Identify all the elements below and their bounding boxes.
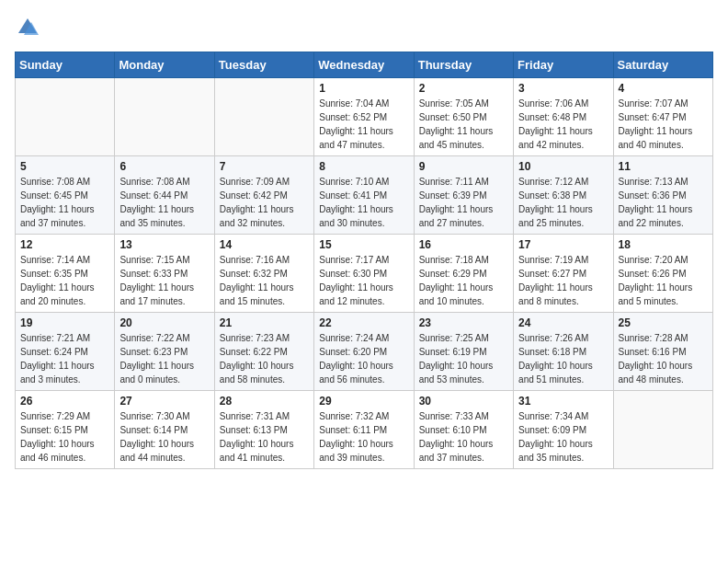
calendar-week-row: 19Sunrise: 7:21 AM Sunset: 6:24 PM Dayli… (16, 313, 713, 391)
logo-icon (15, 15, 40, 40)
calendar-header-row: SundayMondayTuesdayWednesdayThursdayFrid… (16, 52, 713, 78)
col-header-tuesday: Tuesday (214, 52, 313, 78)
day-number: 8 (319, 160, 408, 173)
day-info: Sunrise: 7:14 AM Sunset: 6:35 PM Dayligh… (20, 253, 109, 308)
calendar-cell: 28Sunrise: 7:31 AM Sunset: 6:13 PM Dayli… (214, 391, 313, 469)
day-number: 24 (518, 316, 608, 329)
day-number: 30 (419, 395, 508, 408)
calendar-week-row: 12Sunrise: 7:14 AM Sunset: 6:35 PM Dayli… (16, 235, 713, 313)
calendar-cell: 16Sunrise: 7:18 AM Sunset: 6:29 PM Dayli… (414, 235, 513, 313)
day-number: 19 (20, 316, 109, 329)
day-number: 1 (319, 82, 408, 95)
day-number: 27 (119, 395, 209, 408)
day-number: 23 (419, 316, 508, 329)
day-number: 25 (619, 316, 708, 329)
day-info: Sunrise: 7:31 AM Sunset: 6:13 PM Dayligh… (220, 409, 309, 465)
logo (15, 15, 44, 40)
calendar-cell (214, 78, 313, 156)
day-number: 17 (518, 238, 608, 251)
day-number: 4 (619, 82, 708, 95)
day-info: Sunrise: 7:23 AM Sunset: 6:22 PM Dayligh… (220, 331, 309, 386)
day-info: Sunrise: 7:16 AM Sunset: 6:32 PM Dayligh… (220, 253, 309, 308)
calendar-cell: 31Sunrise: 7:34 AM Sunset: 6:09 PM Dayli… (514, 391, 613, 469)
calendar-cell: 14Sunrise: 7:16 AM Sunset: 6:32 PM Dayli… (214, 235, 313, 313)
day-number: 20 (119, 316, 209, 329)
day-number: 11 (619, 160, 708, 173)
day-info: Sunrise: 7:15 AM Sunset: 6:33 PM Dayligh… (119, 253, 209, 308)
day-info: Sunrise: 7:29 AM Sunset: 6:15 PM Dayligh… (20, 409, 109, 465)
day-info: Sunrise: 7:20 AM Sunset: 6:26 PM Dayligh… (619, 253, 708, 308)
day-info: Sunrise: 7:04 AM Sunset: 6:52 PM Dayligh… (319, 97, 408, 152)
day-number: 12 (20, 238, 109, 251)
calendar-cell: 24Sunrise: 7:26 AM Sunset: 6:18 PM Dayli… (514, 313, 613, 391)
day-info: Sunrise: 7:32 AM Sunset: 6:11 PM Dayligh… (319, 409, 408, 465)
day-info: Sunrise: 7:22 AM Sunset: 6:23 PM Dayligh… (119, 331, 209, 386)
calendar-cell: 22Sunrise: 7:24 AM Sunset: 6:20 PM Dayli… (314, 313, 414, 391)
day-number: 18 (619, 238, 708, 251)
calendar-cell: 21Sunrise: 7:23 AM Sunset: 6:22 PM Dayli… (214, 313, 313, 391)
col-header-wednesday: Wednesday (314, 52, 414, 78)
col-header-sunday: Sunday (16, 52, 115, 78)
day-info: Sunrise: 7:10 AM Sunset: 6:41 PM Dayligh… (319, 175, 408, 230)
day-info: Sunrise: 7:25 AM Sunset: 6:19 PM Dayligh… (419, 331, 508, 386)
calendar-cell (115, 78, 214, 156)
day-number: 16 (419, 238, 508, 251)
calendar-cell: 8Sunrise: 7:10 AM Sunset: 6:41 PM Daylig… (314, 156, 414, 235)
day-number: 9 (419, 160, 508, 173)
calendar-cell (613, 391, 712, 469)
day-number: 2 (419, 82, 508, 95)
day-info: Sunrise: 7:08 AM Sunset: 6:45 PM Dayligh… (20, 175, 109, 230)
calendar-cell: 27Sunrise: 7:30 AM Sunset: 6:14 PM Dayli… (115, 391, 214, 469)
calendar-cell: 25Sunrise: 7:28 AM Sunset: 6:16 PM Dayli… (613, 313, 712, 391)
calendar-week-row: 26Sunrise: 7:29 AM Sunset: 6:15 PM Dayli… (16, 391, 713, 469)
calendar-cell: 23Sunrise: 7:25 AM Sunset: 6:19 PM Dayli… (414, 313, 513, 391)
calendar-cell: 26Sunrise: 7:29 AM Sunset: 6:15 PM Dayli… (16, 391, 115, 469)
day-info: Sunrise: 7:17 AM Sunset: 6:30 PM Dayligh… (319, 253, 408, 308)
day-number: 3 (518, 82, 608, 95)
day-number: 22 (319, 316, 408, 329)
calendar-table: SundayMondayTuesdayWednesdayThursdayFrid… (15, 52, 713, 469)
day-info: Sunrise: 7:21 AM Sunset: 6:24 PM Dayligh… (20, 331, 109, 386)
calendar-cell (16, 78, 115, 156)
day-number: 5 (20, 160, 109, 173)
page-header (15, 15, 713, 40)
calendar-cell: 20Sunrise: 7:22 AM Sunset: 6:23 PM Dayli… (115, 313, 214, 391)
day-info: Sunrise: 7:08 AM Sunset: 6:44 PM Dayligh… (119, 175, 209, 230)
day-info: Sunrise: 7:18 AM Sunset: 6:29 PM Dayligh… (419, 253, 508, 308)
calendar-cell: 3Sunrise: 7:06 AM Sunset: 6:48 PM Daylig… (514, 78, 613, 156)
day-info: Sunrise: 7:05 AM Sunset: 6:50 PM Dayligh… (419, 97, 508, 152)
calendar-cell: 9Sunrise: 7:11 AM Sunset: 6:39 PM Daylig… (414, 156, 513, 235)
calendar-cell: 7Sunrise: 7:09 AM Sunset: 6:42 PM Daylig… (214, 156, 313, 235)
day-number: 31 (518, 395, 608, 408)
day-number: 7 (220, 160, 309, 173)
day-info: Sunrise: 7:06 AM Sunset: 6:48 PM Dayligh… (518, 97, 608, 152)
calendar-cell: 11Sunrise: 7:13 AM Sunset: 6:36 PM Dayli… (613, 156, 712, 235)
col-header-friday: Friday (514, 52, 613, 78)
calendar-cell: 1Sunrise: 7:04 AM Sunset: 6:52 PM Daylig… (314, 78, 414, 156)
calendar-cell: 15Sunrise: 7:17 AM Sunset: 6:30 PM Dayli… (314, 235, 414, 313)
calendar-cell: 18Sunrise: 7:20 AM Sunset: 6:26 PM Dayli… (613, 235, 712, 313)
day-info: Sunrise: 7:33 AM Sunset: 6:10 PM Dayligh… (419, 409, 508, 465)
day-number: 14 (220, 238, 309, 251)
day-number: 28 (220, 395, 309, 408)
calendar-cell: 10Sunrise: 7:12 AM Sunset: 6:38 PM Dayli… (514, 156, 613, 235)
day-number: 13 (119, 238, 209, 251)
col-header-monday: Monday (115, 52, 214, 78)
calendar-cell: 13Sunrise: 7:15 AM Sunset: 6:33 PM Dayli… (115, 235, 214, 313)
day-number: 21 (220, 316, 309, 329)
day-info: Sunrise: 7:24 AM Sunset: 6:20 PM Dayligh… (319, 331, 408, 386)
day-info: Sunrise: 7:30 AM Sunset: 6:14 PM Dayligh… (119, 409, 209, 465)
day-number: 15 (319, 238, 408, 251)
col-header-thursday: Thursday (414, 52, 513, 78)
calendar-cell: 5Sunrise: 7:08 AM Sunset: 6:45 PM Daylig… (16, 156, 115, 235)
calendar-cell: 29Sunrise: 7:32 AM Sunset: 6:11 PM Dayli… (314, 391, 414, 469)
day-info: Sunrise: 7:28 AM Sunset: 6:16 PM Dayligh… (619, 331, 708, 386)
calendar-cell: 30Sunrise: 7:33 AM Sunset: 6:10 PM Dayli… (414, 391, 513, 469)
day-info: Sunrise: 7:11 AM Sunset: 6:39 PM Dayligh… (419, 175, 508, 230)
day-info: Sunrise: 7:34 AM Sunset: 6:09 PM Dayligh… (518, 409, 608, 465)
day-number: 10 (518, 160, 608, 173)
day-info: Sunrise: 7:13 AM Sunset: 6:36 PM Dayligh… (619, 175, 708, 230)
day-info: Sunrise: 7:19 AM Sunset: 6:27 PM Dayligh… (518, 253, 608, 308)
calendar-cell: 4Sunrise: 7:07 AM Sunset: 6:47 PM Daylig… (613, 78, 712, 156)
calendar-cell: 12Sunrise: 7:14 AM Sunset: 6:35 PM Dayli… (16, 235, 115, 313)
